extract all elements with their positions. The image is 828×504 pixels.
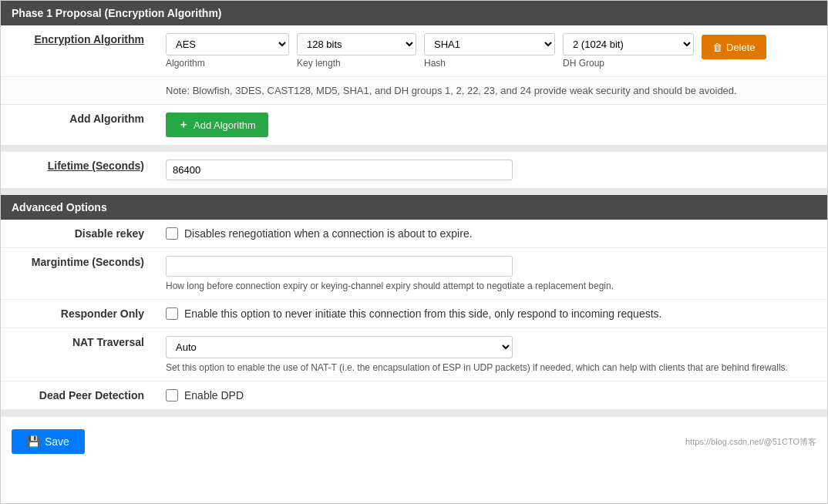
nat-traversal-label: NAT Traversal [72, 336, 144, 348]
responder-only-checkbox-label: Enable this option to never initiate thi… [184, 307, 661, 320]
phase1-title: Phase 1 Proposal (Encryption Algorithm) [12, 7, 222, 19]
disable-rekey-checkbox[interactable] [166, 227, 178, 240]
add-algorithm-row: Add Algorithm Add Algorithm [1, 105, 827, 146]
responder-only-row: Responder Only Enable this option to nev… [1, 300, 827, 328]
responder-only-label: Responder Only [61, 307, 144, 320]
dpd-checkbox-label: Enable DPD [184, 389, 244, 402]
algorithm-controls: AES 3DES Blowfish CAST128 Algorithm 128 … [166, 33, 816, 69]
trash-icon [712, 42, 722, 53]
add-algorithm-label-cell: Add Algorithm [1, 105, 155, 146]
advanced-header: Advanced Options [1, 195, 827, 220]
margintime-label-cell: Margintime (Seconds) [1, 248, 155, 300]
encryption-algorithm-content: AES 3DES Blowfish CAST128 Algorithm 128 … [155, 25, 827, 77]
watermark: https://blog.csdn.net/@51CTO博客 [685, 436, 816, 448]
responder-only-content: Enable this option to never initiate thi… [155, 300, 827, 328]
plus-icon [178, 118, 189, 132]
margintime-row: Margintime (Seconds) How long before con… [1, 248, 827, 300]
nat-traversal-hint: Set this option to enable the use of NAT… [166, 362, 816, 373]
disable-rekey-label-cell: Disable rekey [1, 220, 155, 248]
keylength-group: 128 bits 192 bits 256 bits Key length [297, 33, 416, 69]
nat-traversal-label-cell: NAT Traversal [1, 328, 155, 381]
add-algorithm-button[interactable]: Add Algorithm [166, 113, 268, 137]
lifetime-label: Lifetime (Seconds) [48, 160, 144, 172]
responder-only-checkbox[interactable] [166, 307, 178, 320]
add-algorithm-label: Add Algorithm [69, 113, 144, 125]
add-algorithm-content: Add Algorithm [155, 105, 827, 146]
add-algorithm-button-label: Add Algorithm [194, 119, 256, 131]
dhgroup-group: 2 (1024 bit) 5 (1536 bit) 14 (2048 bit) … [563, 33, 694, 69]
algorithm-group: AES 3DES Blowfish CAST128 Algorithm [166, 33, 289, 69]
disable-rekey-row: Disable rekey Disables renegotiation whe… [1, 220, 827, 248]
section-divider-3 [1, 410, 827, 416]
phase1-table: Encryption Algorithm AES 3DES Blowfish C… [1, 25, 827, 146]
dead-peer-detection-content: Enable DPD [155, 381, 827, 410]
dead-peer-detection-row: Dead Peer Detection Enable DPD [1, 381, 827, 410]
section-divider-1 [1, 146, 827, 152]
disable-rekey-checkbox-label: Disables renegotiation when a connection… [184, 227, 473, 240]
save-button[interactable]: Save [12, 429, 85, 454]
disable-rekey-label: Disable rekey [75, 227, 144, 240]
dpd-checkbox[interactable] [166, 389, 178, 402]
lifetime-input[interactable] [166, 160, 513, 180]
margintime-input[interactable] [166, 256, 513, 277]
lifetime-row: Lifetime (Seconds) [1, 152, 827, 189]
margintime-label: Margintime (Seconds) [32, 256, 144, 268]
save-icon [27, 435, 40, 448]
section-divider-2 [1, 189, 827, 195]
nat-traversal-select[interactable]: Auto Force Disable [166, 336, 513, 358]
responder-only-label-cell: Responder Only [1, 300, 155, 328]
hash-select[interactable]: SHA1 SHA256 SHA384 SHA512 MD5 [424, 33, 555, 55]
delete-label: Delete [726, 42, 756, 53]
dead-peer-detection-label-cell: Dead Peer Detection [1, 381, 155, 410]
note-text: Note: Blowfish, 3DES, CAST128, MD5, SHA1… [166, 85, 737, 96]
delete-button[interactable]: Delete [702, 35, 766, 59]
advanced-title: Advanced Options [12, 201, 107, 213]
algorithm-label: Algorithm [166, 58, 289, 69]
footer: Save https://blog.csdn.net/@51CTO博客 [1, 416, 827, 466]
hash-group: SHA1 SHA256 SHA384 SHA512 MD5 Hash [424, 33, 555, 69]
nat-traversal-content: Auto Force Disable Set this option to en… [155, 328, 827, 381]
dhgroup-label: DH Group [563, 58, 694, 69]
page-wrapper: Phase 1 Proposal (Encryption Algorithm) … [0, 0, 828, 504]
responder-only-checkbox-row: Enable this option to never initiate thi… [166, 307, 816, 320]
keylength-select[interactable]: 128 bits 192 bits 256 bits [297, 33, 416, 55]
nat-traversal-row: NAT Traversal Auto Force Disable Set thi… [1, 328, 827, 381]
phase1-header: Phase 1 Proposal (Encryption Algorithm) [1, 1, 827, 25]
keylength-label: Key length [297, 58, 416, 69]
encryption-algorithm-row: Encryption Algorithm AES 3DES Blowfish C… [1, 25, 827, 77]
dead-peer-detection-label: Dead Peer Detection [39, 389, 144, 402]
disable-rekey-checkbox-row: Disables renegotiation when a connection… [166, 227, 816, 240]
disable-rekey-content: Disables renegotiation when a connection… [155, 220, 827, 248]
margintime-content: How long before connection expiry or key… [155, 248, 827, 300]
advanced-table: Disable rekey Disables renegotiation whe… [1, 220, 827, 410]
note-text-cell: Note: Blowfish, 3DES, CAST128, MD5, SHA1… [155, 77, 827, 105]
save-button-label: Save [45, 435, 69, 448]
lifetime-table: Lifetime (Seconds) [1, 152, 827, 189]
note-row: Note: Blowfish, 3DES, CAST128, MD5, SHA1… [1, 77, 827, 105]
margintime-hint: How long before connection expiry or key… [166, 281, 816, 291]
dhgroup-select[interactable]: 2 (1024 bit) 5 (1536 bit) 14 (2048 bit) [563, 33, 694, 55]
hash-label: Hash [424, 58, 555, 69]
dpd-checkbox-row: Enable DPD [166, 389, 816, 402]
algorithm-select[interactable]: AES 3DES Blowfish CAST128 [166, 33, 289, 55]
lifetime-label-cell: Lifetime (Seconds) [1, 152, 155, 189]
lifetime-content [155, 152, 827, 189]
encryption-algorithm-label: Encryption Algorithm [1, 25, 155, 77]
